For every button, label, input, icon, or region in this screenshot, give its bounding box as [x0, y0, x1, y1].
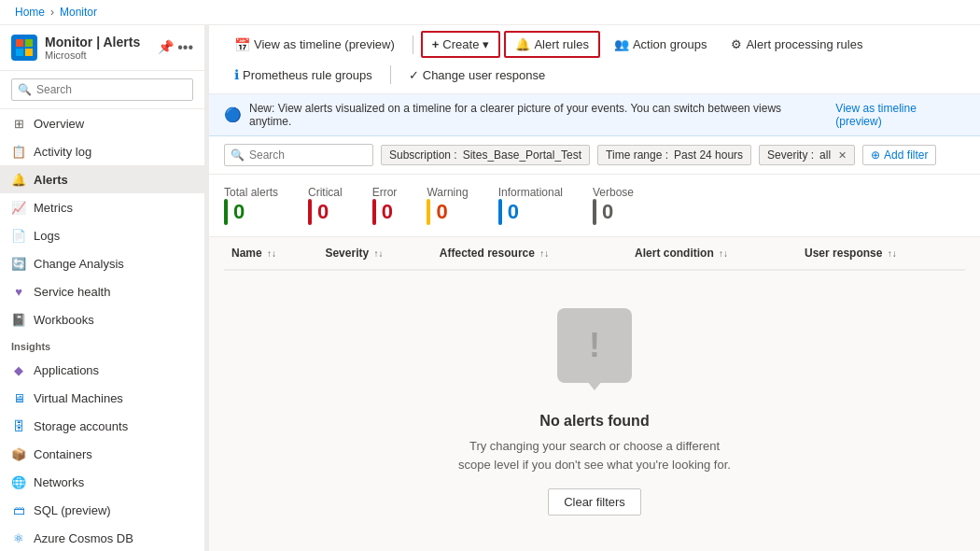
- verbose-bar: [593, 199, 596, 225]
- stat-warning: Warning 0: [427, 186, 468, 225]
- sidebar-item-label-sql: SQL (preview): [34, 503, 111, 517]
- sidebar-item-label-overview: Overview: [34, 117, 84, 131]
- col-severity[interactable]: Severity ↑↓: [317, 237, 431, 270]
- sidebar-search-input[interactable]: [11, 78, 193, 101]
- sidebar-item-label-virtual-machines: Virtual Machines: [34, 391, 123, 405]
- empty-state: ! No alerts found Try changing your sear…: [224, 271, 965, 551]
- sidebar-item-label-activity-log: Activity log: [34, 145, 91, 159]
- change-user-response-label: Change user response: [423, 68, 546, 82]
- alert-rules-button[interactable]: 🔔 Alert rules: [504, 31, 600, 58]
- prometheus-icon: ℹ: [234, 67, 239, 82]
- error-value: 0: [382, 200, 393, 224]
- empty-state-title: No alerts found: [539, 413, 649, 430]
- severity-filter-label: Severity :: [767, 148, 814, 162]
- overview-icon: ⊞: [11, 116, 26, 131]
- sidebar-item-containers[interactable]: 📦 Containers: [0, 440, 204, 468]
- filter-search-icon: 🔍: [231, 148, 245, 162]
- breadcrumb-separator: ›: [50, 6, 54, 19]
- activity-log-icon: 📋: [11, 144, 26, 159]
- clear-filters-button[interactable]: Clear filters: [548, 488, 641, 516]
- filter-search-input[interactable]: [224, 144, 373, 166]
- error-bar: [372, 199, 376, 225]
- severity-filter[interactable]: Severity : all ✕: [759, 145, 855, 165]
- sidebar-item-label-cosmos: Azure Cosmos DB: [34, 531, 133, 545]
- stat-informational: Informational 0: [498, 186, 563, 225]
- stat-error: Error 0: [372, 186, 398, 225]
- info-banner-link[interactable]: View as timeline (preview): [835, 102, 965, 128]
- col-affected-resource[interactable]: Affected resource ↑↓: [432, 237, 627, 270]
- name-sort-icon: ↑↓: [267, 248, 276, 259]
- main-content: 📅 View as timeline (preview) + Create ▾ …: [209, 25, 980, 551]
- sidebar-item-networks[interactable]: 🌐 Networks: [0, 468, 204, 496]
- col-name[interactable]: Name ↑↓: [224, 237, 317, 270]
- info-banner-icon: 🔵: [224, 106, 242, 123]
- change-analysis-icon: 🔄: [11, 256, 26, 271]
- breadcrumb-home[interactable]: Home: [15, 6, 45, 19]
- add-filter-button[interactable]: ⊕ Add filter: [862, 145, 936, 165]
- action-groups-button[interactable]: 👥 Action groups: [604, 32, 718, 57]
- sidebar-item-activity-log[interactable]: 📋 Activity log: [0, 137, 204, 165]
- add-filter-label: Add filter: [884, 148, 928, 162]
- sidebar-search-container: 🔍: [0, 71, 204, 109]
- svg-rect-0: [16, 39, 23, 47]
- sidebar-item-sql-preview[interactable]: 🗃 SQL (preview): [0, 496, 204, 524]
- verbose-label: Verbose: [593, 186, 634, 199]
- prometheus-rules-button[interactable]: ℹ Prometheus rule groups: [224, 62, 383, 88]
- create-label: Create: [442, 37, 479, 51]
- time-range-filter-label: Time range :: [606, 148, 668, 162]
- alerts-table: Name ↑↓ Severity ↑↓ Affected resource ↑↓…: [224, 237, 965, 551]
- action-groups-label: Action groups: [633, 37, 707, 51]
- error-label: Error: [372, 186, 398, 199]
- pin-icon[interactable]: 📌: [158, 39, 174, 56]
- sidebar-item-storage-accounts[interactable]: 🗄 Storage accounts: [0, 412, 204, 440]
- sidebar-item-applications[interactable]: ◆ Applications: [0, 356, 204, 384]
- stat-verbose: Verbose 0: [593, 186, 634, 225]
- prometheus-label: Prometheus rule groups: [243, 68, 372, 82]
- informational-label: Informational: [498, 186, 563, 199]
- sidebar-nav: ⊞ Overview 📋 Activity log 🔔 Alerts 📈 Met…: [0, 109, 204, 551]
- warning-bar: [427, 199, 430, 225]
- subscription-filter-value: Sites_Base_Portal_Test: [463, 148, 581, 162]
- severity-filter-close-icon[interactable]: ✕: [838, 149, 847, 162]
- sidebar: Monitor | Alerts Microsoft 📌 ••• 🔍 ⊞ Ove…: [0, 25, 205, 551]
- sidebar-item-overview[interactable]: ⊞ Overview: [0, 109, 204, 137]
- table-container: Name ↑↓ Severity ↑↓ Affected resource ↑↓…: [209, 237, 980, 551]
- sidebar-item-label-workbooks: Workbooks: [34, 313, 94, 327]
- sidebar-item-service-health[interactable]: ♥ Service health: [0, 277, 204, 305]
- alert-processing-rules-button[interactable]: ⚙ Alert processing rules: [721, 32, 873, 57]
- col-user-response[interactable]: User response ↑↓: [797, 237, 965, 270]
- svg-rect-3: [25, 49, 33, 56]
- sidebar-item-alerts[interactable]: 🔔 Alerts: [0, 165, 204, 193]
- stats-row: Total alerts 0 Critical 0 Error 0: [209, 175, 980, 237]
- metrics-icon: 📈: [11, 200, 26, 215]
- sidebar-item-metrics[interactable]: 📈 Metrics: [0, 193, 204, 221]
- applications-icon: ◆: [11, 362, 26, 377]
- create-plus-icon: +: [432, 37, 440, 51]
- sidebar-item-logs[interactable]: 📄 Logs: [0, 221, 204, 249]
- sidebar-item-label-containers: Containers: [34, 447, 92, 461]
- alert-processing-icon: ⚙: [731, 37, 742, 51]
- empty-icon-exclamation: !: [589, 326, 600, 365]
- more-options-icon[interactable]: •••: [177, 39, 193, 56]
- empty-state-description: Try changing your search or choose a dif…: [455, 437, 735, 473]
- networks-icon: 🌐: [11, 474, 26, 489]
- virtual-machines-icon: 🖥: [11, 390, 26, 405]
- time-range-filter[interactable]: Time range : Past 24 hours: [597, 145, 751, 165]
- col-alert-condition[interactable]: Alert condition ↑↓: [627, 237, 797, 270]
- informational-bar: [498, 199, 502, 225]
- stat-critical: Critical 0: [308, 186, 343, 225]
- toolbar-separator-1: [413, 35, 413, 54]
- create-button[interactable]: + Create ▾: [421, 31, 501, 58]
- sidebar-item-change-analysis[interactable]: 🔄 Change Analysis: [0, 249, 204, 277]
- svg-rect-1: [25, 39, 33, 47]
- alert-rules-label: Alert rules: [534, 37, 589, 51]
- svg-rect-2: [16, 49, 23, 56]
- sidebar-item-virtual-machines[interactable]: 🖥 Virtual Machines: [0, 384, 204, 412]
- timeline-icon: 📅: [234, 37, 250, 52]
- empty-state-icon: !: [557, 308, 632, 383]
- sidebar-item-workbooks[interactable]: 📓 Workbooks: [0, 305, 204, 333]
- view-timeline-button[interactable]: 📅 View as timeline (preview): [224, 32, 405, 58]
- change-user-response-button[interactable]: ✓ Change user response: [399, 63, 556, 88]
- sidebar-item-cosmos-db[interactable]: ⚛ Azure Cosmos DB: [0, 524, 204, 551]
- subscription-filter[interactable]: Subscription : Sites_Base_Portal_Test: [381, 145, 590, 165]
